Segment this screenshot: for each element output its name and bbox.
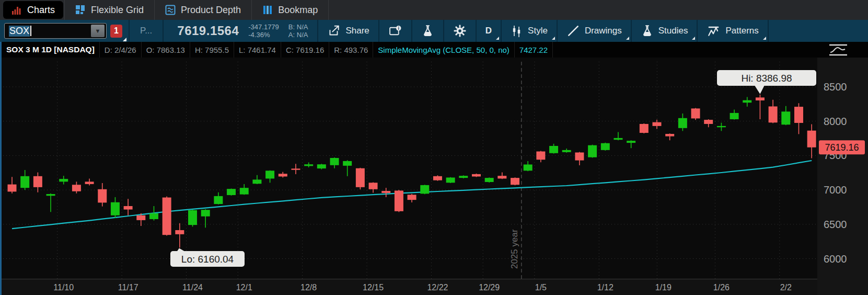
divider: [163, 20, 164, 42]
studies-button[interactable]: Studies: [632, 20, 697, 42]
flask-icon: [641, 24, 654, 38]
text-caret: [30, 26, 31, 36]
patterns-label: Patterns: [725, 26, 758, 36]
candle[interactable]: [395, 190, 403, 212]
tab-flexible-grid[interactable]: Flexible Grid: [64, 0, 155, 20]
x-axis-label: 1/12: [597, 283, 614, 292]
candle[interactable]: [356, 168, 365, 189]
tab-product-depth[interactable]: Product Depth: [155, 0, 252, 20]
x-axis-label: 11/24: [182, 283, 203, 292]
hi-annotation-text: Hi: 8386.98: [741, 73, 792, 84]
style-label: Style: [528, 26, 548, 36]
tab-label: Charts: [27, 5, 55, 16]
y-axis-label: 6500: [824, 219, 847, 230]
patterns-button[interactable]: Patterns: [698, 20, 767, 42]
style-button[interactable]: Style: [502, 20, 557, 42]
bookmap-icon: [262, 5, 273, 15]
svg-text:i: i: [398, 26, 399, 31]
trendline-icon: [566, 24, 580, 38]
candle[interactable]: [163, 197, 171, 236]
candle[interactable]: [588, 145, 597, 158]
year-divider-label: 2025 year: [510, 229, 519, 269]
x-axis-label: 12/8: [300, 283, 317, 292]
y-axis-label: 8500: [824, 81, 847, 93]
symbol-dropdown-button[interactable]: ▼: [91, 25, 105, 37]
candle[interactable]: [485, 177, 494, 183]
gear-icon: [453, 24, 467, 38]
symbol-field-group: SOX ▼ 1: [4, 23, 129, 39]
grid-icon: [75, 5, 86, 15]
note-info-icon: i: [388, 24, 402, 38]
ask-value: A: N/A: [288, 31, 308, 39]
change-absolute: -347.1779: [248, 23, 279, 31]
share-icon: [327, 24, 341, 38]
bar-chart-icon: [11, 5, 22, 15]
chart-toolbar: SOX ▼ 1 P... 7619.1564 -347.1779 -4.36% …: [0, 20, 868, 42]
tab-bar-spacer: [329, 0, 868, 20]
candle[interactable]: [420, 185, 429, 194]
x-axis-label: 11/10: [53, 283, 74, 292]
tab-label: Flexible Grid: [91, 5, 144, 16]
flask-icon: [421, 24, 434, 38]
bid-ask-block: B: N/A A: N/A: [288, 23, 308, 39]
tab-charts[interactable]: Charts: [3, 1, 63, 19]
symbol-text: SOX: [9, 26, 30, 37]
candle[interactable]: [188, 210, 197, 227]
symbol-input[interactable]: SOX ▼: [4, 23, 107, 39]
collapsed-panel-label[interactable]: P...: [140, 26, 152, 36]
chart-header: SOX 3 M 1D [NASDAQ] D: 2/4/26 O: 7863.13…: [0, 42, 868, 58]
x-axis-label: 12/1: [236, 283, 252, 292]
chart-title: SOX 3 M 1D [NASDAQ]: [2, 42, 100, 58]
pattern-w-icon: [707, 24, 721, 38]
top-tab-bar: Charts Flexible Grid Product Depth Bookm…: [0, 0, 868, 20]
candle[interactable]: [317, 164, 326, 169]
candlestick-icon: [511, 24, 523, 38]
candle[interactable]: [227, 188, 236, 195]
change-percent: -4.36%: [248, 31, 279, 39]
alerts-badge[interactable]: 1: [110, 25, 122, 38]
ohlc-close: C: 7619.16: [281, 42, 329, 58]
share-button[interactable]: Share: [318, 20, 378, 42]
ohlc-high: H: 7955.5: [190, 42, 234, 58]
divider: [129, 20, 130, 42]
tab-label: Bookmap: [278, 5, 318, 16]
quick-study-button[interactable]: [412, 20, 443, 42]
share-label: Share: [345, 26, 369, 36]
chart-settings-button[interactable]: [444, 20, 476, 42]
timeframe-button[interactable]: D: [477, 20, 501, 42]
x-axis-label: 11/17: [118, 283, 138, 292]
candle[interactable]: [640, 123, 649, 133]
candle[interactable]: [601, 143, 610, 151]
study-label[interactable]: SimpleMovingAvg (CLOSE, 50, 0, no): [373, 42, 515, 58]
plot-area[interactable]: [0, 58, 817, 279]
y-axis-label: 8000: [824, 116, 847, 127]
x-axis-label: 1/26: [713, 283, 730, 292]
lo-annotation-text: Lo: 6160.04: [181, 254, 234, 265]
candle[interactable]: [446, 177, 455, 183]
drawings-button[interactable]: Drawings: [558, 20, 631, 42]
tab-label: Product Depth: [181, 5, 241, 16]
timeframe-label: D: [485, 26, 492, 36]
candle[interactable]: [691, 108, 700, 120]
x-axis-label: 12/29: [479, 283, 500, 292]
x-axis-label: 12/22: [427, 283, 448, 292]
ohlc-date: D: 2/4/26: [100, 42, 142, 58]
candle[interactable]: [511, 177, 519, 185]
y-axis-label: 6000: [824, 253, 847, 265]
chart-notes-button[interactable]: i: [379, 20, 411, 42]
study-value: 7427.22: [515, 42, 553, 58]
change-block: -347.1779 -4.36%: [248, 23, 279, 39]
x-axis-label: 1/19: [655, 283, 672, 292]
tab-bookmap[interactable]: Bookmap: [252, 0, 329, 20]
x-axis-label: 2/2: [780, 283, 792, 292]
price-chart[interactable]: 85008000750070006500600011/1011/1711/241…: [0, 58, 868, 295]
candle[interactable]: [433, 175, 442, 181]
last-price: 7619.1564: [177, 24, 239, 38]
curve-style-icon[interactable]: [827, 43, 849, 56]
ohlc-low: L: 7461.74: [234, 42, 281, 58]
y-axis-label: 7000: [824, 184, 847, 196]
ohlc-range: R: 493.76: [329, 42, 373, 58]
depth-icon: [165, 5, 176, 15]
bid-value: B: N/A: [288, 23, 308, 31]
studies-label: Studies: [658, 26, 688, 36]
